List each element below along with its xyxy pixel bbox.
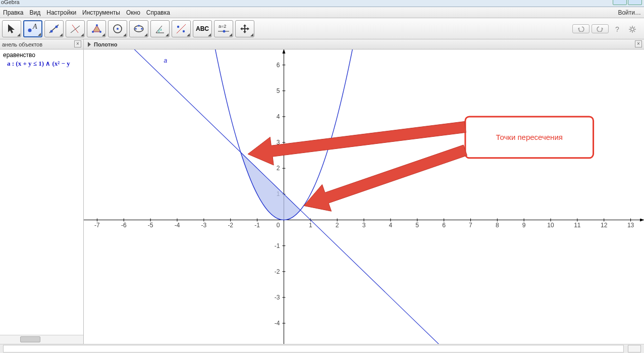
- svg-text:2: 2: [277, 165, 280, 172]
- algebra-panel-title: анель объектов: [2, 41, 42, 47]
- tool-bar: A α ABC a=2: [0, 18, 644, 39]
- input-bar: [0, 344, 644, 353]
- window-minimize-button[interactable]: [613, 0, 627, 5]
- algebra-item-a[interactable]: a : (x + y ≤ 1) ∧ (x² − y: [3, 60, 80, 68]
- cursor-icon: [6, 23, 18, 35]
- menu-edit[interactable]: Правка: [3, 9, 24, 16]
- ellipse-icon: [133, 23, 145, 35]
- svg-text:10: 10: [547, 222, 554, 229]
- svg-text:-4: -4: [275, 320, 280, 327]
- svg-text:-1: -1: [275, 242, 280, 249]
- redo-button[interactable]: [592, 24, 609, 33]
- tool-move[interactable]: [2, 20, 21, 37]
- settings-gear-icon[interactable]: [628, 25, 637, 34]
- tool-polygon[interactable]: [87, 20, 106, 37]
- svg-point-4: [56, 25, 58, 28]
- tool-perpendicular[interactable]: [66, 20, 85, 37]
- svg-line-5: [71, 26, 80, 33]
- svg-line-31: [630, 31, 631, 32]
- command-input[interactable]: [3, 345, 624, 352]
- svg-text:5: 5: [415, 222, 419, 229]
- tool-reflect[interactable]: [172, 20, 191, 37]
- svg-point-23: [223, 30, 226, 32]
- algebra-panel-close-button[interactable]: ×: [74, 40, 81, 47]
- graphics-panel-close-button[interactable]: ×: [635, 40, 642, 47]
- tool-text[interactable]: ABC: [193, 20, 212, 37]
- svg-text:1: 1: [309, 222, 312, 229]
- svg-text:-7: -7: [94, 222, 100, 229]
- algebra-group-label: еравенство: [3, 52, 80, 59]
- graphics-canvas[interactable]: -7-6-5-4-3-2-112345678910111213-4-3-2-11…: [84, 49, 644, 344]
- circle-center-icon: [112, 23, 124, 35]
- menu-help[interactable]: Справка: [146, 9, 170, 16]
- svg-point-15: [141, 28, 143, 30]
- login-link[interactable]: Войти…: [618, 9, 641, 16]
- svg-line-32: [634, 27, 635, 28]
- svg-point-9: [99, 31, 101, 33]
- svg-point-0: [28, 28, 32, 32]
- svg-point-14: [135, 28, 137, 30]
- algebra-panel: анель объектов × еравенство a : (x + y ≤…: [0, 39, 84, 344]
- svg-text:Точки пересечения: Точки пересечения: [496, 133, 563, 141]
- menu-settings[interactable]: Настройки: [46, 9, 76, 16]
- menu-window[interactable]: Окно: [126, 9, 140, 16]
- svg-text:9: 9: [522, 222, 526, 229]
- tool-circle-center[interactable]: [108, 20, 127, 37]
- svg-text:-2: -2: [275, 268, 280, 275]
- svg-point-24: [631, 28, 634, 31]
- svg-line-30: [634, 31, 635, 32]
- svg-text:12: 12: [601, 222, 608, 229]
- svg-text:-6: -6: [121, 222, 127, 229]
- redo-icon: [596, 26, 604, 32]
- tool-point[interactable]: A: [23, 20, 42, 37]
- algebra-horizontal-scrollbar[interactable]: [0, 335, 83, 344]
- graphics-panel-header[interactable]: Полотно ×: [84, 39, 644, 49]
- svg-text:6: 6: [277, 62, 280, 69]
- window-maximize-button[interactable]: [628, 0, 642, 5]
- tool-line[interactable]: [44, 20, 64, 37]
- svg-text:6: 6: [442, 222, 446, 229]
- svg-text:4: 4: [277, 113, 280, 120]
- svg-text:7: 7: [469, 222, 472, 229]
- svg-text:11: 11: [574, 222, 581, 229]
- svg-text:2: 2: [336, 222, 339, 229]
- svg-text:8: 8: [496, 222, 499, 229]
- svg-point-20: [183, 30, 185, 32]
- svg-text:0: 0: [277, 222, 280, 229]
- svg-text:-2: -2: [228, 222, 233, 229]
- svg-text:-4: -4: [175, 222, 180, 229]
- graphics-panel: Полотно × -7-6-5-4-3-2-11234567891011121…: [84, 39, 644, 344]
- algebra-panel-header: анель объектов ×: [0, 39, 83, 49]
- tool-angle[interactable]: α: [150, 20, 170, 37]
- svg-text:4: 4: [389, 222, 393, 229]
- undo-icon: [577, 26, 585, 32]
- tool-slider[interactable]: a=2: [214, 20, 233, 37]
- app-name-fragment: oGebra: [1, 0, 20, 5]
- svg-marker-7: [93, 25, 100, 32]
- svg-text:3: 3: [362, 222, 366, 229]
- svg-point-10: [96, 24, 98, 26]
- move-view-icon: [239, 23, 251, 35]
- menu-view[interactable]: Вид: [30, 9, 41, 16]
- reflect-icon: [175, 23, 187, 35]
- input-help-button[interactable]: [628, 345, 641, 352]
- undo-button[interactable]: [572, 24, 589, 33]
- text-icon: ABC: [196, 25, 209, 32]
- menu-tools[interactable]: Инструменты: [82, 9, 120, 16]
- svg-line-29: [630, 27, 631, 28]
- angle-icon: α: [154, 23, 166, 35]
- svg-text:-1: -1: [254, 222, 260, 229]
- svg-point-8: [92, 31, 94, 33]
- svg-text:-3: -3: [275, 294, 280, 301]
- svg-point-3: [50, 30, 53, 32]
- svg-line-97: [97, 49, 630, 344]
- tool-ellipse[interactable]: [129, 20, 148, 37]
- help-icon[interactable]: ?: [613, 25, 622, 34]
- svg-text:5: 5: [277, 87, 280, 94]
- expand-triangle-icon: [88, 42, 91, 47]
- svg-point-19: [177, 25, 179, 27]
- tool-move-view[interactable]: [235, 20, 254, 37]
- plot-svg: -7-6-5-4-3-2-112345678910111213-4-3-2-11…: [84, 49, 644, 344]
- menu-bar: Правка Вид Настройки Инструменты Окно Сп…: [0, 7, 644, 18]
- svg-text:a: a: [164, 57, 168, 64]
